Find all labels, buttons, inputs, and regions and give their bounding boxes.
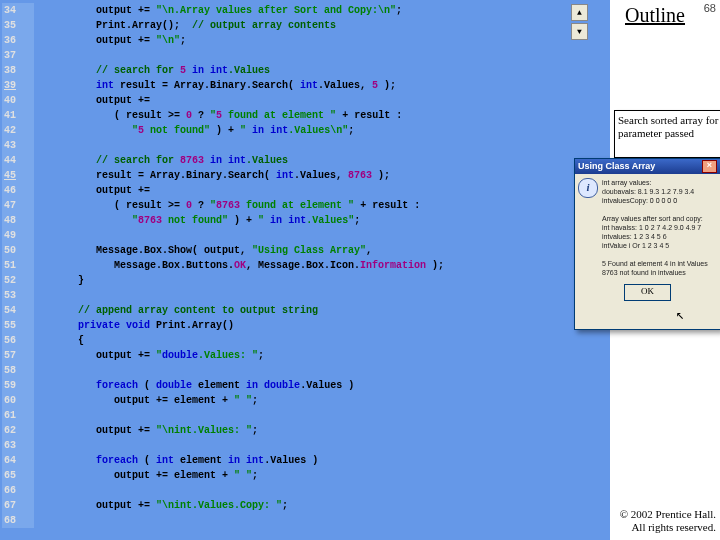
- dialog-title-text: Using Class Array: [578, 159, 655, 174]
- line-number: 54: [2, 303, 34, 318]
- line-number: 43: [2, 138, 34, 153]
- code-text: output += "\nint.Values.Copy: ";: [34, 498, 288, 513]
- line-number: 41: [2, 108, 34, 123]
- code-line: 67 output += "\nint.Values.Copy: ";: [2, 498, 610, 513]
- code-line: 56 {: [2, 333, 610, 348]
- code-line: 54 // append array content to output str…: [2, 303, 610, 318]
- code-line: 48 "8763 not found" ) + " in int.Values"…: [2, 213, 610, 228]
- scroll-arrows: ▲ ▼: [571, 4, 588, 42]
- code-line: 55 private void Print.Array(): [2, 318, 610, 333]
- code-line: 44 // search for 8763 in int.Values: [2, 153, 610, 168]
- outline-label: Outline: [625, 4, 685, 27]
- line-number: 61: [2, 408, 34, 423]
- code-text: [34, 438, 42, 453]
- line-number: 67: [2, 498, 34, 513]
- code-line: 57 output += "double.Values: ";: [2, 348, 610, 363]
- code-line: 39 int result = Array.Binary.Search( int…: [2, 78, 610, 93]
- code-text: output += element + " ";: [34, 468, 258, 483]
- line-number: 53: [2, 288, 34, 303]
- dialog-message: int array values:doubavals: 8.1 9.3 1.2 …: [602, 178, 708, 277]
- code-line: 40 output +=: [2, 93, 610, 108]
- line-number: 52: [2, 273, 34, 288]
- code-text: [34, 408, 42, 423]
- code-text: [34, 363, 42, 378]
- code-text: foreach ( int element in int.Values ): [34, 453, 318, 468]
- message-box-dialog: Using Class Array × i int array values:d…: [574, 158, 720, 330]
- code-text: [34, 513, 42, 528]
- line-number: 37: [2, 48, 34, 63]
- code-text: }: [34, 273, 84, 288]
- line-number: 42: [2, 123, 34, 138]
- line-number: 63: [2, 438, 34, 453]
- ok-button[interactable]: OK: [624, 284, 671, 301]
- line-number: 44: [2, 153, 34, 168]
- code-text: output +=: [34, 93, 150, 108]
- dialog-titlebar: Using Class Array ×: [575, 159, 720, 174]
- line-number: 59: [2, 378, 34, 393]
- dialog-body: i int array values:doubavals: 8.1 9.3 1.…: [575, 174, 720, 279]
- annotation-callout: Search sorted array for parameter passed: [614, 110, 720, 158]
- code-line: 47 ( result >= 0 ? "8763 found at elemen…: [2, 198, 610, 213]
- line-number: 56: [2, 333, 34, 348]
- line-number: 34: [2, 3, 34, 18]
- line-number: 50: [2, 243, 34, 258]
- code-line: 51 Message.Box.Buttons.OK, Message.Box.I…: [2, 258, 610, 273]
- code-text: [34, 288, 42, 303]
- line-number: 45: [2, 168, 34, 183]
- code-line: 58: [2, 363, 610, 378]
- code-text: result = Array.Binary.Search( int.Values…: [34, 168, 390, 183]
- line-number: 65: [2, 468, 34, 483]
- code-text: "8763 not found" ) + " in int.Values";: [34, 213, 360, 228]
- code-line: 62 output += "\nint.Values: ";: [2, 423, 610, 438]
- line-number: 49: [2, 228, 34, 243]
- code-line: 68: [2, 513, 610, 528]
- code-text: ( result >= 0 ? "5 found at element " + …: [34, 108, 402, 123]
- code-text: foreach ( double element in double.Value…: [34, 378, 354, 393]
- line-number: 55: [2, 318, 34, 333]
- code-line: 61: [2, 408, 610, 423]
- code-text: Message.Box.Show( output, "Using Class A…: [34, 243, 372, 258]
- line-number: 46: [2, 183, 34, 198]
- line-number: 40: [2, 93, 34, 108]
- code-text: output +=: [34, 183, 150, 198]
- code-line: 63: [2, 438, 610, 453]
- line-number: 60: [2, 393, 34, 408]
- copyright-text: © 2002 Prentice Hall.All rights reserved…: [620, 508, 716, 534]
- line-number: 48: [2, 213, 34, 228]
- code-text: output += "\nint.Values: ";: [34, 423, 258, 438]
- code-text: output += "\n";: [34, 33, 186, 48]
- code-text: // search for 5 in int.Values: [34, 63, 270, 78]
- code-text: // search for 8763 in int.Values: [34, 153, 288, 168]
- code-text: output += "double.Values: ";: [34, 348, 264, 363]
- code-line: 41 ( result >= 0 ? "5 found at element "…: [2, 108, 610, 123]
- code-line: 34 output += "\n.Array values after Sort…: [2, 3, 610, 18]
- line-number: 39: [2, 78, 34, 93]
- code-line: 49: [2, 228, 610, 243]
- code-line: 66: [2, 483, 610, 498]
- code-line: 46 output +=: [2, 183, 610, 198]
- code-text: int result = Array.Binary.Search( int.Va…: [34, 78, 396, 93]
- line-number: 62: [2, 423, 34, 438]
- code-text: ( result >= 0 ? "8763 found at element "…: [34, 198, 420, 213]
- scroll-up-icon[interactable]: ▲: [571, 4, 588, 21]
- slide-number: 68: [704, 2, 716, 14]
- code-line: 65 output += element + " ";: [2, 468, 610, 483]
- code-line: 37: [2, 48, 610, 63]
- close-icon[interactable]: ×: [702, 160, 717, 173]
- code-line: 59 foreach ( double element in double.Va…: [2, 378, 610, 393]
- line-number: 68: [2, 513, 34, 528]
- code-text: Message.Box.Buttons.OK, Message.Box.Icon…: [34, 258, 444, 273]
- code-line: 50 Message.Box.Show( output, "Using Clas…: [2, 243, 610, 258]
- code-line: 43: [2, 138, 610, 153]
- line-number: 64: [2, 453, 34, 468]
- code-text: output += element + " ";: [34, 393, 258, 408]
- code-text: [34, 483, 42, 498]
- line-number: 57: [2, 348, 34, 363]
- scroll-down-icon[interactable]: ▼: [571, 23, 588, 40]
- code-text: // append array content to output string: [34, 303, 318, 318]
- code-area: 34 output += "\n.Array values after Sort…: [0, 0, 610, 540]
- code-line: 60 output += element + " ";: [2, 393, 610, 408]
- cursor-icon: ↖: [676, 306, 684, 323]
- code-text: [34, 48, 42, 63]
- line-number: 38: [2, 63, 34, 78]
